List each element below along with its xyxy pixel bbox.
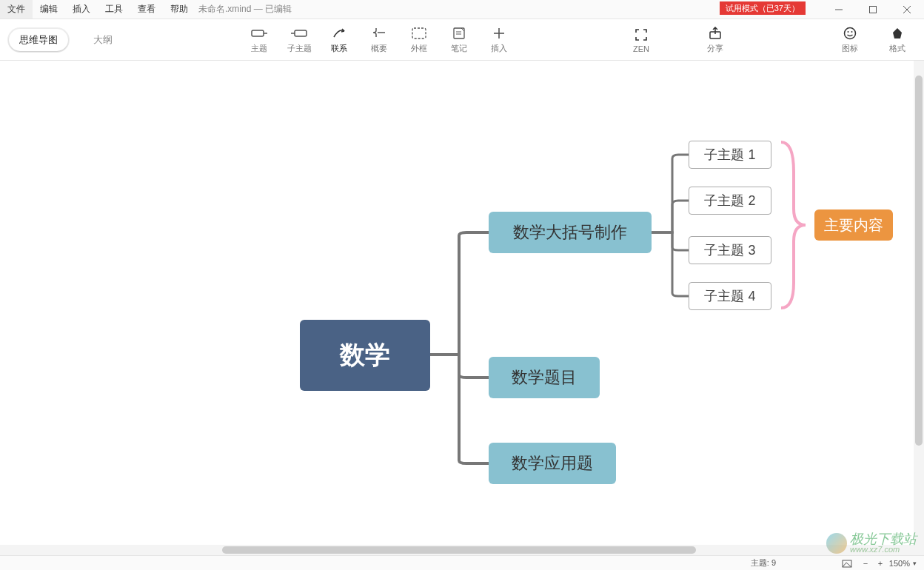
minimize-button[interactable] (822, 0, 856, 19)
menu-view[interactable]: 查看 (130, 0, 163, 19)
tool-label: 概要 (371, 43, 387, 54)
zoom-out-button[interactable]: − (860, 559, 871, 568)
tool-label: 外框 (411, 43, 427, 54)
zoom-controls: − + 150% ▾ (860, 559, 917, 568)
summary-node[interactable]: 主要内容 (814, 209, 893, 241)
tool-iconlib[interactable]: 图标 (834, 22, 866, 57)
sub-node-4[interactable]: 子主题 4 (689, 282, 771, 310)
menu-insert[interactable]: 插入 (65, 0, 98, 19)
smiley-icon (843, 25, 857, 41)
tool-label: 分享 (707, 43, 723, 54)
tool-summary[interactable]: 概要 (360, 22, 398, 57)
maximize-button[interactable] (856, 0, 890, 19)
branch-node-1[interactable]: 数学大括号制作 (489, 212, 652, 253)
tool-group-main: 主题 子主题 联系 概要 外框 笔记 插入 (240, 22, 518, 57)
format-icon (891, 25, 904, 41)
tool-label: 笔记 (451, 43, 467, 54)
sub-node-1[interactable]: 子主题 1 (689, 141, 771, 169)
boundary-icon (412, 25, 426, 41)
view-switch: 思维导图 (7, 27, 70, 53)
svg-rect-9 (412, 28, 426, 38)
menu-bar: 文件 编辑 插入 工具 查看 帮助 未命名.xmind — 已编辑 (0, 0, 295, 19)
statusbar: 主题: 9 − + 150% ▾ (0, 555, 924, 570)
view-mindmap-button[interactable]: 思维导图 (9, 29, 68, 51)
topic-icon (251, 25, 267, 41)
branch-node-3[interactable]: 数学应用题 (489, 443, 616, 484)
vertical-scrollbar-thumb[interactable] (915, 76, 923, 446)
svg-rect-7 (295, 30, 307, 36)
horizontal-scrollbar-thumb[interactable] (222, 546, 696, 554)
trial-mode-badge[interactable]: 试用模式（已37天） (720, 1, 806, 15)
tool-label: 主题 (251, 43, 267, 54)
topic-count-value: 9 (771, 558, 776, 567)
tool-label: ZEN (633, 44, 649, 53)
toolbar: 思维导图 大纲 主题 子主题 联系 概要 外框 笔记 插入 (0, 19, 924, 61)
tool-label: 格式 (889, 43, 905, 54)
tool-label: 联系 (331, 43, 347, 54)
menu-edit[interactable]: 编辑 (33, 0, 65, 19)
subtopic-icon (291, 25, 307, 41)
insert-icon (493, 25, 505, 41)
note-icon (452, 25, 466, 41)
tool-format[interactable]: 格式 (881, 22, 914, 57)
sub-node-2[interactable]: 子主题 2 (689, 187, 771, 215)
tool-group-share: 分享 (696, 22, 734, 57)
sub-node-3[interactable]: 子主题 3 (689, 236, 771, 264)
tool-note[interactable]: 笔记 (440, 22, 478, 57)
svg-point-16 (845, 28, 856, 39)
root-node[interactable]: 数学 (300, 320, 430, 391)
tool-label: 子主题 (287, 43, 312, 54)
connector-lines (0, 61, 924, 555)
tool-group-right: 图标 格式 (834, 22, 914, 57)
zen-icon (635, 27, 648, 43)
tool-label: 图标 (842, 43, 858, 54)
tool-relation[interactable]: 联系 (320, 22, 358, 57)
view-outline-button[interactable]: 大纲 (84, 29, 121, 51)
zoom-in-button[interactable]: + (874, 559, 886, 568)
map-overview-icon[interactable] (842, 558, 852, 569)
horizontal-scrollbar[interactable] (0, 545, 914, 555)
branch-node-2[interactable]: 数学题目 (489, 357, 600, 398)
menu-help[interactable]: 帮助 (163, 0, 195, 19)
summary-icon (372, 25, 386, 41)
tool-boundary[interactable]: 外框 (400, 22, 438, 57)
tool-share[interactable]: 分享 (696, 22, 734, 57)
svg-point-18 (851, 31, 853, 33)
tool-zen[interactable]: ZEN (622, 24, 660, 56)
close-button[interactable] (890, 0, 924, 19)
tool-label: 插入 (491, 43, 507, 54)
svg-rect-1 (870, 6, 877, 13)
relation-icon (331, 25, 347, 41)
svg-point-17 (848, 31, 849, 33)
vertical-scrollbar[interactable] (914, 61, 924, 555)
menu-file[interactable]: 文件 (0, 0, 33, 19)
topic-count-label: 主题: (751, 558, 769, 567)
tool-subtopic[interactable]: 子主题 (280, 22, 318, 57)
zoom-level[interactable]: 150% (889, 559, 910, 568)
menu-tools[interactable]: 工具 (98, 0, 130, 19)
titlebar: 文件 编辑 插入 工具 查看 帮助 未命名.xmind — 已编辑 试用模式（已… (0, 0, 924, 19)
topic-count: 主题: 9 (751, 557, 776, 569)
tool-insert[interactable]: 插入 (480, 22, 518, 57)
share-icon (709, 25, 722, 41)
mindmap-canvas[interactable]: 数学 数学大括号制作 数学题目 数学应用题 子主题 1 子主题 2 子主题 3 … (0, 61, 924, 555)
document-title: 未命名.xmind — 已编辑 (195, 3, 295, 16)
svg-rect-4 (252, 30, 264, 36)
tool-topic[interactable]: 主题 (240, 22, 278, 57)
window-controls (822, 0, 924, 19)
zoom-dropdown-icon[interactable]: ▾ (913, 560, 917, 567)
tool-group-zen: ZEN (622, 24, 660, 56)
